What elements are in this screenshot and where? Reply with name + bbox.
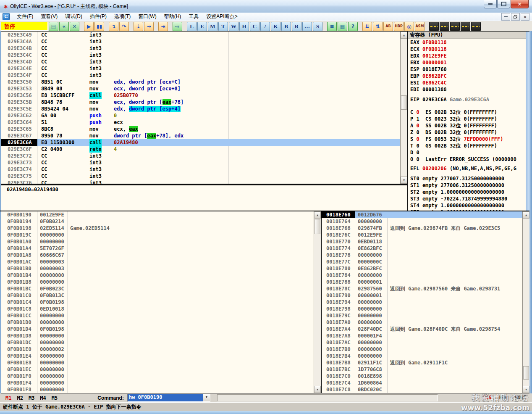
disasm-row[interactable]: 029E3C4ECCint3 [1,65,400,72]
register-line[interactable]: C 0 ES 002B 32位 0(FFFFFFFF) [408,109,526,116]
register-line[interactable]: EDX 0012E9FE [408,53,526,59]
register-line[interactable]: A 0 SS 002B 32位 0(FFFFFFFF) [408,122,526,129]
stack-row[interactable]: 0018E79800000000 [322,306,522,312]
register-line[interactable]: EBX 00000001 [408,59,526,66]
stack-row[interactable]: 0018E7600012D676 [322,211,522,218]
view-run-trace-button[interactable]: … [302,22,312,31]
stack-row[interactable]: 0018E78C02987560返回到 Game.02987560 来自 Gam… [322,285,522,292]
plugin-dark-button-2[interactable] [440,22,449,31]
dump-row[interactable]: 0F0B01D800000000 [1,332,314,339]
dump-row[interactable]: 0F0B01900012E9FE [1,211,314,218]
dump-row[interactable]: 0F0B01C00F0B013C [1,292,314,299]
dump-row[interactable]: 0F0B019802ED5114Game.02ED5114 [1,225,314,232]
plugin-dark-button-5[interactable] [471,22,481,31]
dump-row[interactable]: 0F0B01AC00000003 [1,258,314,265]
view-breakpoints-button[interactable]: B [281,22,291,31]
register-line[interactable]: Z 0 DS 002B 32位 0(FFFFFFFF) [408,129,526,136]
memory-dump-pane[interactable]: 0F0B01900012E9FE0F0B01940F0B02140F0B0198… [1,211,314,393]
registers-scrollbar[interactable] [526,32,529,211]
register-line[interactable]: ST0 empty 277007.31250000000000 [408,175,526,182]
animate-into-button[interactable]: ⇣ [134,22,143,31]
register-line[interactable]: ST3 empty -70224.718749999994880 [408,195,526,202]
register-line[interactable]: P 1 CS 0023 32位 0(FFFFFFFF) [408,116,526,122]
menu-item-window[interactable]: 窗口(W) [134,13,160,20]
stack-row[interactable]: 0018E7AC00000000 [322,339,522,346]
menu-item-file[interactable]: 文件(F) [13,13,37,20]
register-line[interactable]: ST2 empty 1.0000000000000000000 [408,189,526,195]
stack-row[interactable]: 0018E7740E862BFC [322,245,522,252]
disassembly-scrollbar[interactable]: ▲ ▼ [400,32,407,184]
dump-row[interactable]: 0F0B01D40F0B0198 [1,326,314,332]
stack-row[interactable]: 0018E7A8000001F4 [322,332,522,339]
dump-row[interactable]: 0F0B01C40F0B0198 [1,299,314,306]
scroll-up-icon[interactable]: ▲ [314,211,321,219]
disasm-row[interactable]: 029E3C4ACCint3 [1,38,400,45]
stack-row[interactable]: 0018E79000000001 [322,292,522,299]
dump-row[interactable]: 0F0B01C80ED10018 [1,306,314,312]
disasm-row[interactable]: 029E3C74CCint3 [1,166,400,173]
view-references-button[interactable]: R [292,22,301,31]
step-into-button[interactable]: ↴ [109,22,118,31]
view-executables-button[interactable]: E [197,22,207,31]
stack-row[interactable]: 0018E7C80BDC020C [322,386,522,393]
log-window-button[interactable]: ≡ [327,22,337,31]
restart-button[interactable]: « [59,22,69,31]
plugin-target-button[interactable]: ◎ [404,22,414,31]
run-button[interactable]: ▶ [84,22,94,31]
command-result-field[interactable] [217,394,438,401]
stack-row[interactable]: 0018E7BC1D7706C8 [322,366,522,373]
menu-item-plugins[interactable]: 插件(P) [86,13,110,20]
maximize-button[interactable] [497,0,510,8]
command-combobox[interactable]: hw 0F0B0190 ▼ [127,394,210,402]
plugin-hbp-button[interactable]: HBP [394,22,404,31]
view-source-button[interactable]: S [313,22,322,31]
plugin-asm-button[interactable]: ASM [415,22,425,31]
dump-tab-m4[interactable]: M4 [40,395,46,401]
close-process-button[interactable]: ✕ [70,22,79,31]
dump-row[interactable]: 0F0B01EC00000000 [1,366,314,373]
register-line[interactable]: EDI 00001388 [408,86,526,93]
stack-row[interactable]: 0018E76400000000 [322,218,522,225]
dump-row[interactable]: 0F0B01D000000000 [1,319,314,326]
cpu-window-icon[interactable]: C [3,13,10,20]
dump-row[interactable]: 0F0B01CC00000000 [1,312,314,319]
scrollbar-thumb[interactable] [314,219,320,234]
dump-row[interactable]: 0F0B01BC0F0B023C [1,285,314,292]
open-file-button[interactable]: ▤ [49,22,58,31]
menu-item-options[interactable]: 选项(T) [110,13,134,20]
command-input[interactable]: hw 0F0B0190 [128,394,203,401]
plugin-jump-arrows-button[interactable]: ⇊ [362,22,372,31]
disasm-row[interactable]: 029E3C4FCCint3 [1,72,400,79]
disasm-row[interactable]: 029E3C6451pushecx [1,119,400,126]
register-line[interactable]: D 0 [408,149,526,156]
stack-row[interactable]: 0018E77800000000 [322,252,522,258]
disassembly-pane[interactable]: 029E3C49CCint3029E3C4ACCint3029E3C4BCCin… [1,32,400,184]
scroll-down-icon[interactable]: ▼ [523,386,529,393]
pause-button[interactable]: ▮▮ [94,22,104,31]
disasm-row[interactable]: 029E3C73CCint3 [1,159,400,166]
disasm-row[interactable]: 029E3C5B8B48 78movecx, dword ptr [eax+78… [1,99,400,105]
disasm-row[interactable]: 029E3C75CCint3 [1,173,400,179]
dump-row[interactable]: 0F0B01A000000000 [1,238,314,245]
minimize-button[interactable] [484,0,497,8]
disasm-row[interactable]: 029E3C4BCCint3 [1,45,400,52]
stack-row[interactable]: 0018E7B802911F1C返回到 Game.02911F1C [322,359,522,366]
disasm-row[interactable]: 029E3C56E8 15CBBCFFcall025B0770 [1,92,400,99]
chevron-down-icon[interactable]: ▼ [203,394,210,401]
dump-row[interactable]: 0F0B01A45E70726F [1,245,314,252]
disasm-row[interactable]: 029E3C5E8B5424 04movedx, dword ptr [esp+… [1,105,400,112]
stack-row[interactable]: 0018E7C00018E898 [322,373,522,380]
plugin-dark-button-4[interactable] [461,22,470,31]
stack-row[interactable]: 0018E77C0000000C [322,258,522,265]
view-log-button[interactable]: L [187,22,197,31]
scrollbar-thumb[interactable] [523,366,529,380]
register-line[interactable]: EAX 0F0B0118 [408,39,526,46]
disasm-row[interactable]: 029E3C538B49 08movecx, dword ptr [ecx+8] [1,85,400,92]
register-line[interactable]: S 0 FS 0053 32位 7EFDD000(FFF) [408,136,526,142]
stack-row[interactable]: 0018E7B400000000 [322,353,522,359]
stack-scrollbar[interactable]: ▲ ▼ [522,211,529,393]
scroll-up-icon[interactable]: ▲ [401,32,407,39]
appearance-options-button[interactable]: ▦ [338,22,347,31]
register-line[interactable]: T 0 GS 002B 32位 0(FFFFFFFF) [408,142,526,149]
menu-item-view[interactable]: 查看(V) [37,13,61,20]
